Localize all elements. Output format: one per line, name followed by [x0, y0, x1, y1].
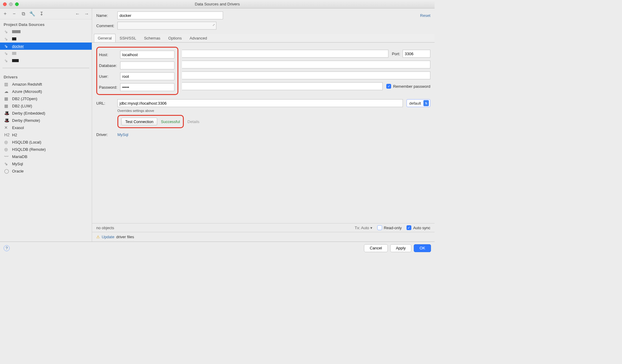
update-driver-row: ⚠ Update driver files — [92, 232, 435, 242]
oracle-icon: ◯ — [4, 169, 10, 173]
right-panel: Name: Reset Comment: ⤢ General SSH/SSL S… — [92, 8, 435, 242]
user-input[interactable] — [120, 72, 174, 80]
azure-icon: ☁ — [4, 89, 10, 94]
mysql-icon: ⇘ — [4, 161, 10, 166]
driver-item[interactable]: ▦DB2 (LUW) — [0, 102, 92, 109]
update-driver-link[interactable]: Update — [102, 235, 114, 239]
driver-item[interactable]: ◯Oracle — [0, 167, 92, 175]
tab-schemas[interactable]: Schemas — [140, 34, 164, 42]
redshift-icon: ▥ — [4, 82, 10, 87]
chevron-updown-icon: ⇅ — [423, 100, 429, 106]
driver-item[interactable]: ⇘MySql — [0, 160, 92, 167]
left-toolbar: ＋ − ⧉ 🔧 ↧ ← → — [0, 8, 92, 19]
comment-input[interactable]: ⤢ — [117, 22, 216, 30]
status-bar: no objects Tx: Auto ▾ Read-only ✓ Auto s… — [92, 223, 435, 232]
test-connection-button[interactable]: Test Connection — [121, 118, 157, 125]
dialog-footer: ? Cancel Apply OK — [0, 242, 435, 254]
host-label: Host: — [99, 52, 120, 57]
remove-icon[interactable]: − — [11, 11, 17, 17]
driver-label: Driver: — [96, 132, 117, 137]
test-connection-highlight: Test Connection Successful — [117, 115, 184, 128]
driver-item[interactable]: 🎩Derby (Embedded) — [0, 109, 92, 117]
host-input[interactable] — [120, 51, 174, 59]
driver-item[interactable]: 🎩Derby (Remote) — [0, 117, 92, 124]
driver-item[interactable]: H2H2 — [0, 131, 92, 138]
database-input-ext[interactable] — [182, 61, 430, 68]
tab-advanced[interactable]: Advanced — [186, 34, 211, 42]
name-label: Name: — [96, 13, 117, 18]
remember-password-checkbox[interactable]: ✓ — [386, 84, 391, 89]
data-source-item[interactable]: ⇘ — [0, 28, 92, 35]
import-icon[interactable]: ↧ — [39, 11, 44, 17]
mariadb-icon: 〰 — [4, 154, 10, 159]
driver-link[interactable]: MySql — [117, 132, 128, 137]
readonly-label: Read-only — [384, 226, 402, 230]
url-input[interactable] — [117, 99, 403, 107]
connection-highlight: Host: Database: User: Password: — [96, 47, 178, 95]
project-data-sources-header: Project Data Sources — [0, 19, 92, 28]
driver-item[interactable]: ▦DB2 (JTOpen) — [0, 95, 92, 102]
expand-icon[interactable]: ⤢ — [212, 23, 215, 27]
driver-item[interactable]: ◎HSQLDB (Remote) — [0, 146, 92, 153]
ok-button[interactable]: OK — [414, 244, 431, 252]
driver-item[interactable]: ▥Amazon Redshift — [0, 81, 92, 88]
driver-item[interactable]: ✕Exasol — [0, 124, 92, 131]
tab-bar: General SSH/SSL Schemas Options Advanced — [92, 34, 435, 43]
cancel-button[interactable]: Cancel — [364, 244, 388, 252]
user-input-ext[interactable] — [182, 71, 430, 79]
password-input[interactable] — [120, 83, 174, 91]
drivers-list: ▥Amazon Redshift ☁Azure (Microsoft) ▦DB2… — [0, 81, 92, 175]
driver-item[interactable]: 〰MariaDB — [0, 153, 92, 160]
data-source-item[interactable]: ⇘ — [0, 35, 92, 43]
help-icon[interactable]: ? — [4, 245, 10, 251]
data-source-item-docker[interactable]: ⇘docker — [0, 43, 92, 50]
port-input[interactable] — [403, 50, 430, 58]
reset-link[interactable]: Reset — [420, 13, 430, 18]
driver-item[interactable]: ◎HSQLDB (Local) — [0, 138, 92, 146]
driver-item[interactable]: ☁Azure (Microsoft) — [0, 88, 92, 95]
add-icon[interactable]: ＋ — [2, 11, 8, 17]
comment-label: Comment: — [96, 24, 117, 28]
readonly-checkbox[interactable] — [377, 225, 382, 230]
details-link[interactable]: Details — [187, 119, 199, 124]
derby-icon: 🎩 — [4, 118, 10, 123]
feather-icon: ⇘ — [4, 58, 10, 63]
data-source-item[interactable]: ⇘ — [0, 50, 92, 57]
settings-icon[interactable]: 🔧 — [30, 11, 35, 17]
autosync-checkbox[interactable]: ✓ — [407, 225, 411, 230]
user-label: User: — [99, 74, 120, 79]
database-label: Database: — [99, 63, 120, 68]
tab-general[interactable]: General — [94, 34, 116, 42]
window-title: Data Sources and Drivers — [0, 2, 435, 6]
feather-icon: ⇘ — [4, 51, 10, 56]
nav-forward-icon[interactable]: → — [84, 11, 89, 17]
left-panel: ＋ − ⧉ 🔧 ↧ ← → Project Data Sources ⇘ ⇘ ⇘… — [0, 8, 92, 242]
h2-icon: H2 — [4, 132, 10, 137]
derby-icon: 🎩 — [4, 111, 10, 116]
hsqldb-icon: ◎ — [4, 147, 10, 152]
remember-password-label: Remember password — [393, 84, 430, 89]
data-source-item[interactable]: ⇘ — [0, 57, 92, 64]
autosync-label: Auto sync — [413, 226, 430, 230]
apply-button[interactable]: Apply — [390, 244, 412, 252]
tab-options[interactable]: Options — [164, 34, 186, 42]
feather-icon: ⇘ — [4, 44, 10, 49]
connection-status: Successful — [161, 119, 180, 124]
nav-back-icon[interactable]: ← — [75, 11, 80, 17]
drivers-header: Drivers — [0, 72, 92, 81]
password-input-ext[interactable] — [182, 82, 383, 90]
copy-icon[interactable]: ⧉ — [21, 11, 26, 17]
tx-mode[interactable]: Tx: Auto ▾ — [355, 226, 372, 230]
host-input-ext[interactable] — [182, 50, 388, 58]
tab-ssh-ssl[interactable]: SSH/SSL — [116, 34, 140, 42]
titlebar: Data Sources and Drivers — [0, 0, 435, 8]
db2-icon: ▦ — [4, 103, 10, 108]
url-mode-select[interactable]: default ⇅ — [407, 99, 430, 107]
url-label: URL: — [96, 101, 117, 106]
port-label: Port: — [392, 52, 400, 56]
update-driver-text: driver files — [116, 235, 134, 239]
database-input[interactable] — [120, 62, 174, 69]
name-input[interactable] — [117, 11, 223, 19]
no-objects-label: no objects — [96, 226, 114, 230]
hsqldb-icon: ◎ — [4, 140, 10, 144]
